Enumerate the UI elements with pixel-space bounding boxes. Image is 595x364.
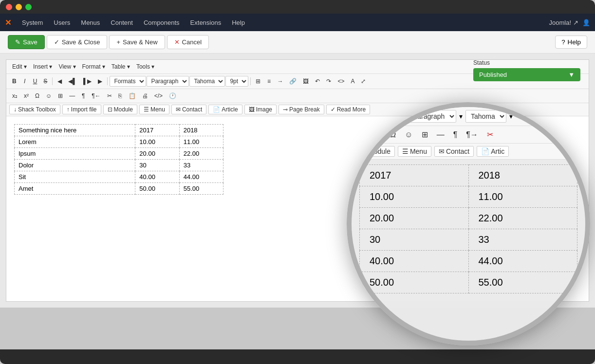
contact-icon: ✉ [176,106,181,113]
view-menu[interactable]: View ▾ [56,62,78,72]
mag-table-row: 30 33 [360,229,577,251]
source-button[interactable]: </> [151,91,166,101]
nav-components[interactable]: Components [139,17,185,28]
redo-button[interactable]: ↷ [323,76,334,86]
image-icon: 🖼 [249,106,255,113]
mag-emoji-button[interactable]: ☺ [402,129,415,141]
mag-contact-button[interactable]: ✉ Contact [434,146,474,157]
paragraph-mark-button[interactable]: ¶ [78,91,88,101]
subscript-button[interactable]: x₂ [9,91,20,101]
page-break-button[interactable]: ⊸ Page Break [279,105,324,114]
read-more-icon: ✓ [331,106,335,113]
link-button[interactable]: 🔗 [286,76,299,86]
import-file-button[interactable]: ↑ Import file [62,105,101,114]
nav-help[interactable]: Help [227,17,250,28]
image-toolbar-button[interactable]: 🖼 [300,76,312,86]
save-close-button[interactable]: ✓ Save & Close [47,35,108,49]
formats-select[interactable]: Formats [110,76,146,87]
paste-button[interactable]: 📋 [126,91,139,101]
mag-font-select[interactable]: Tahoma [465,110,506,123]
cancel-label: Cancel [182,38,202,46]
superscript-button[interactable]: x² [21,91,32,101]
mag-menu-button[interactable]: ☰ Menu [398,146,431,157]
mag-media-button[interactable]: ⊞ [419,128,431,141]
copy-button[interactable]: ⎘ [115,91,125,101]
mag-contact-label: Contact [446,147,469,155]
nav-users[interactable]: Users [49,17,75,28]
table-row: Dolor 30 33 [15,160,223,171]
article-icon: 📄 [213,106,220,113]
table-button[interactable]: ⊞ [253,76,263,86]
mag-para-button[interactable]: ¶ [450,129,461,141]
user-icon[interactable]: 👤 [582,19,590,26]
content-table: Something nice here 2017 2018 Lorem 10.0… [14,124,223,195]
import-label: Import file [71,106,97,113]
strikethrough-button[interactable]: S [40,76,50,86]
close-button[interactable] [6,4,12,10]
color-button[interactable]: A [348,76,357,86]
minimize-button[interactable] [16,4,22,10]
italic-button[interactable]: I [20,76,30,86]
list-button[interactable]: ≡ [264,76,274,86]
nav-extensions[interactable]: Extensions [186,17,226,28]
align-left-button[interactable]: ◀ [55,76,65,86]
align-right-button[interactable]: ▌▶ [80,76,95,86]
hr-button[interactable]: — [66,91,78,101]
nav-system[interactable]: System [17,17,48,28]
indent-button[interactable]: → [274,76,286,86]
code-button[interactable]: <> [335,76,347,86]
tools-menu[interactable]: Tools ▾ [133,62,157,72]
print-button[interactable]: 🖨 [139,91,151,101]
mag-artic-label: Artic [491,147,504,155]
mag-ltr-button[interactable]: ¶→ [463,129,481,141]
size-select[interactable]: 9pt [225,76,248,87]
status-dropdown[interactable]: Published ▼ [473,68,580,81]
rtl-button[interactable]: ¶← [89,91,103,101]
cancel-button[interactable]: ✕ Cancel [167,35,209,49]
paragraph-select[interactable]: Paragraph [147,76,189,87]
mag-cut-button[interactable]: ✂ [484,128,496,141]
save-button[interactable]: ✎ Save [8,35,45,49]
bold-button[interactable]: B [9,76,19,86]
mag-table-cell: 40.00 [360,251,469,272]
article-button[interactable]: 📄 Article [208,105,242,114]
cut-button[interactable]: ✂ [104,91,115,101]
magnifier-overlay: Formats ▾ Paragraph ▾ Tahoma ▾ x₂ x² Ω ☺… [347,102,590,346]
page-break-label: Page Break [289,106,320,113]
nav-logo[interactable]: ✕ [5,18,11,27]
undo-button[interactable]: ↶ [312,76,323,86]
image-label: Image [256,106,272,113]
special-char-button[interactable]: Ω [32,91,42,101]
format-menu[interactable]: Format ▾ [79,62,108,72]
module-button[interactable]: ⊡ Module [103,105,137,114]
mag-artic-button[interactable]: 📄 Artic [477,146,509,157]
align-justify-button[interactable]: ▶ [95,76,105,86]
main-toolbar: ✎ Save ✓ Save & Close + Save & New ✕ Can… [0,31,595,54]
joomla-link[interactable]: Joomla! ↗ [549,19,578,26]
import-icon: ↑ [67,106,70,113]
image-plugin-button[interactable]: 🖼 Image [244,105,277,114]
media-button[interactable]: ⊞ [55,91,66,101]
emoji-button[interactable]: ☺ [43,91,55,101]
align-center-button[interactable]: ◀▌ [65,76,80,86]
table-header-row: Something nice here 2017 2018 [15,125,223,136]
table-menu[interactable]: Table ▾ [109,62,133,72]
clock-button[interactable]: 🕐 [166,91,179,101]
font-select[interactable]: Tahoma [189,76,225,87]
edit-menu[interactable]: Edit ▾ [9,62,30,72]
insert-menu[interactable]: Insert ▾ [30,62,55,72]
shack-toolbox-button[interactable]: ↓ Shack Toolbox [9,105,60,114]
nav-content[interactable]: Content [106,17,138,28]
save-new-button[interactable]: + Save & New [109,35,165,49]
nav-menus[interactable]: Menus [76,17,105,28]
help-button[interactable]: ? Help [555,36,587,49]
underline-button[interactable]: U [30,76,40,86]
maximize-button[interactable] [25,4,32,10]
table-cell: 2017 [135,125,179,136]
sub-sup-row: x₂ x² Ω ☺ ⊞ — ¶ ¶← ✂ ⎘ 📋 🖨 </> 🕐 [9,91,179,101]
fullscreen-button[interactable]: ⤢ [358,76,369,86]
mag-hr-button[interactable]: — [434,129,447,141]
read-more-button[interactable]: ✓ Read More [326,105,370,114]
menu-button[interactable]: ☰ Menu [139,105,169,114]
contact-button[interactable]: ✉ Contact [171,105,206,114]
